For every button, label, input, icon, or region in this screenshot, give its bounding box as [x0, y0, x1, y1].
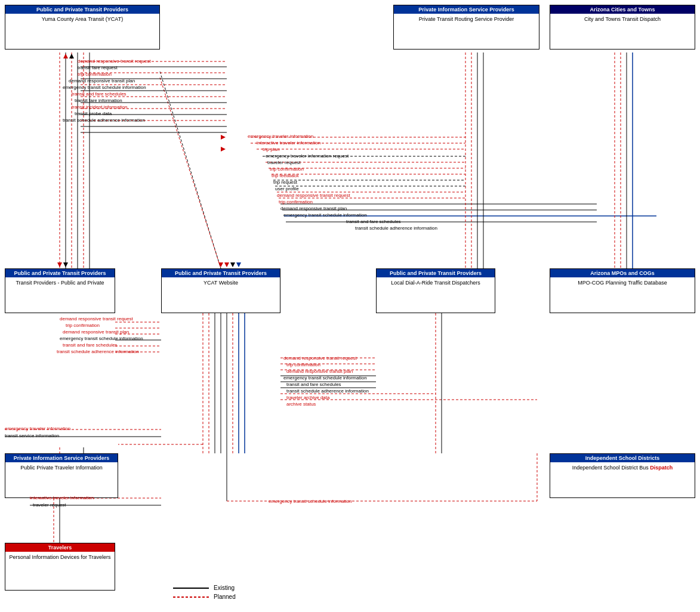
node-transit-providers-header: Public and Private Transit Providers — [5, 269, 115, 277]
legend-existing-label: Existing — [214, 585, 235, 591]
svg-marker-86 — [69, 54, 74, 58]
label-interactive-traveler: interactive traveler information — [257, 140, 320, 146]
label-demand-plan4: demand responsive transit plan — [286, 369, 353, 374]
diagram-container: Public and Private Transit Providers Yum… — [0, 0, 700, 612]
svg-marker-82 — [236, 262, 241, 267]
legend-planned: Planned — [173, 594, 236, 600]
label-schedule-adherence1: transit schedule adherence information — [63, 118, 145, 123]
label-demand-resp4: demand responsive transit request — [283, 356, 357, 361]
label-transit-incident: transit incident information — [72, 104, 127, 110]
node-ycat-title: Yuma County Area Transit (YCAT) — [5, 14, 159, 26]
label-emerg-traveler-req: emergency traveler information request — [266, 153, 349, 159]
label-schedule-adh2: transit schedule adherence information — [355, 225, 437, 231]
node-arizona-header: Arizona Cities and Towns — [550, 5, 695, 14]
label-archive-data: traveler archive data — [286, 395, 329, 400]
node-ycat-website-title: YCAT Website — [162, 277, 280, 289]
svg-marker-83 — [57, 262, 62, 267]
label-emerg-sched3: emergency transit schedule information — [60, 336, 143, 341]
svg-marker-84 — [63, 262, 68, 267]
label-demand-resp2: demand responsive transit request — [277, 193, 350, 198]
label-trip-confirm2: trip confirmation — [270, 166, 304, 172]
label-transit-fare-sched2: transit and fare schedules — [346, 219, 401, 224]
node-arizona-cities: Arizona Cities and Towns City and Towns … — [550, 5, 695, 50]
label-trip-confirm4: trip confirmation — [66, 323, 100, 328]
svg-line-0 — [160, 72, 221, 268]
node-ycat-header: Public and Private Transit Providers — [5, 5, 159, 14]
node-arizona-title: City and Towns Transit Dispatch — [550, 14, 695, 26]
label-emerg-traveler2: emergency traveler information — [5, 426, 70, 431]
node-ycat: Public and Private Transit Providers Yum… — [5, 5, 160, 50]
label-archive-status: archive status — [286, 401, 316, 407]
label-demand-plan3: demand responsive transit plan — [63, 329, 129, 335]
legend: Existing Planned — [173, 585, 236, 600]
svg-marker-87 — [221, 135, 226, 140]
node-ycat-website: Public and Private Transit Providers YCA… — [161, 268, 280, 313]
label-emergency-schedule1: emergency transit schedule information — [63, 85, 146, 90]
label-transit-service: transit service information — [5, 433, 59, 438]
node-mpo-header: Arizona MPOs and COGs — [550, 269, 695, 277]
node-mpo-title: MPO-COG Planning Traffic Database — [550, 277, 695, 289]
label-trip-confirm: trip confirmation — [78, 72, 112, 77]
node-local-dial-title: Local Dial-A-Ride Transit Dispatchers — [377, 277, 495, 289]
label-transit-fare-sched: transit and fare schedules — [72, 91, 127, 97]
node-school-title: Independent School District Bus Dispatch — [550, 462, 695, 474]
node-local-dial-header: Public and Private Transit Providers — [377, 269, 495, 277]
label-transit-probe: transit probe data — [75, 111, 112, 116]
label-user-profile: user profile — [275, 186, 299, 191]
svg-marker-80 — [224, 262, 229, 267]
label-emerg-sched2: emergency transit schedule information — [283, 212, 367, 218]
node-private-info-header: Private Information Service Providers — [394, 5, 539, 14]
label-traveler-req: traveler request — [267, 160, 301, 165]
label-emerg-sched4: emergency transit schedule information — [283, 375, 367, 381]
label-demand-resp3: demand responsive transit request — [60, 316, 133, 322]
legend-existing: Existing — [173, 585, 236, 591]
svg-marker-79 — [218, 262, 223, 267]
label-trip-plan: trip plan — [263, 147, 279, 152]
label-trip-feedback: trip feedback — [272, 173, 299, 178]
label-transit-fare-s4: transit and fare schedules — [286, 382, 341, 387]
node-personal-title: Personal Information Devices for Travele… — [5, 552, 115, 564]
label-emerg-traveler1: emergency traveler information — [248, 134, 313, 139]
node-school-header: Independent School Districts — [550, 454, 695, 462]
label-transit-fare-info: transit fare information — [75, 98, 122, 103]
legend-planned-label: Planned — [214, 594, 236, 600]
svg-marker-88 — [221, 147, 226, 152]
node-ycat-website-header: Public and Private Transit Providers — [162, 269, 280, 277]
svg-marker-81 — [230, 262, 235, 267]
node-private-info-title: Private Transit Routing Service Provider — [394, 14, 539, 26]
node-personal-devices: Travelers Personal Information Devices f… — [5, 543, 115, 591]
node-personal-header: Travelers — [5, 543, 115, 552]
label-demand-plan: demand responsive transit plan — [69, 78, 135, 84]
node-transit-providers: Public and Private Transit Providers Tra… — [5, 268, 115, 313]
label-sched-adh4: transit schedule adherence information — [286, 388, 369, 394]
label-transit-fare-req: transit fare request — [78, 65, 118, 70]
svg-marker-85 — [63, 54, 68, 58]
node-private-info: Private Information Service Providers Pr… — [393, 5, 539, 50]
label-transit-fare-s3: transit and fare schedules — [63, 342, 118, 348]
node-ppt-title: Public Private Traveler Information — [5, 462, 118, 474]
label-trip-confirm5: trip confirmation — [286, 362, 320, 367]
node-local-dial: Public and Private Transit Providers Loc… — [376, 268, 495, 313]
label-traveler-req2: traveler request — [33, 502, 66, 508]
node-mpo-cog: Arizona MPOs and COGs MPO-COG Planning T… — [550, 268, 695, 313]
node-ppt-header: Private Information Service Providers — [5, 454, 118, 462]
label-demand-responsive: demand responsive transit request — [78, 58, 151, 64]
label-trip-confirm3: trip confirmation — [279, 199, 313, 205]
node-transit-providers-title: Transit Providers - Public and Private — [5, 277, 115, 289]
svg-line-1 — [160, 78, 221, 268]
label-emerg-sched5: emergency transit schedule information — [269, 499, 352, 504]
label-interactive-traveler2: interactive traveler information — [30, 495, 94, 500]
node-school-district: Independent School Districts Independent… — [550, 453, 695, 498]
label-sched-adh3: transit schedule adherence information — [57, 349, 139, 354]
node-public-private-traveler: Private Information Service Providers Pu… — [5, 453, 118, 498]
label-demand-plan2: demand responsive transit plan — [280, 206, 347, 211]
label-trip-req: trip request — [273, 180, 297, 185]
